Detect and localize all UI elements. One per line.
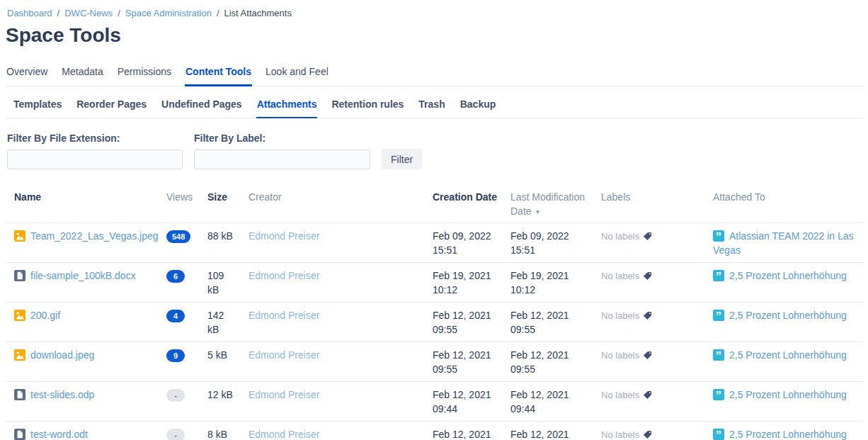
creator-link[interactable]: Edmond Preiser [249, 270, 319, 281]
tab-content-tools[interactable]: Content Tools [185, 62, 252, 86]
tag-icon [643, 349, 652, 363]
attachment-name-link[interactable]: 200.gif [30, 310, 60, 321]
column-header-creator[interactable]: Creator [240, 181, 424, 223]
views-badge: 4 [166, 310, 185, 322]
attachment-name-link[interactable]: download.jpeg [30, 349, 94, 361]
attached-to-link[interactable]: 2,5 Prozent Lohnerhöhung [729, 270, 847, 281]
views-badge: 9 [166, 349, 185, 362]
views-cell: 9 [158, 342, 199, 382]
breadcrumb-item-dwc-news[interactable]: DWC-News [64, 8, 113, 18]
creation-date-cell: Feb 12, 2021 09:55 [424, 303, 502, 342]
tag-icon [643, 230, 652, 244]
creator-link[interactable]: Edmond Preiser [249, 429, 319, 440]
name-cell: test-word.odt [6, 422, 158, 440]
labels-cell: No labels [593, 223, 704, 263]
modification-date-cell: Feb 12, 2021 09:55 [502, 342, 593, 382]
creator-link[interactable]: Edmond Preiser [249, 349, 319, 361]
blogpost-icon: ” [713, 230, 724, 242]
attached-to-cell: ”2,5 Prozent Lohnerhöhung [704, 422, 862, 440]
attachment-name-link[interactable]: file-sample_100kB.docx [30, 270, 136, 281]
subtab-trash[interactable]: Trash [418, 98, 445, 118]
attached-to-link[interactable]: 2,5 Prozent Lohnerhöhung [729, 310, 847, 321]
file-type-icon [14, 389, 25, 400]
attachments-table: NameViewsSizeCreatorCreation DateLast Mo… [6, 181, 862, 440]
file-type-icon [14, 270, 25, 281]
attachment-name-link[interactable]: test-slides.odp [30, 389, 94, 400]
creator-link[interactable]: Edmond Preiser [249, 230, 319, 242]
file-extension-filter-label: Filter By File Extension: [7, 132, 183, 144]
column-header-views[interactable]: Views [158, 181, 199, 223]
attached-to-cell: ”2,5 Prozent Lohnerhöhung [704, 382, 862, 422]
column-header-last-modification-date[interactable]: Last Modification Date▼ [502, 181, 593, 223]
attached-to-link[interactable]: 2,5 Prozent Lohnerhöhung [729, 429, 847, 440]
tab-look-and-feel[interactable]: Look and Feel [265, 62, 329, 86]
tab-permissions[interactable]: Permissions [117, 62, 172, 86]
creator-cell: Edmond Preiser [240, 382, 424, 422]
subtab-attachments[interactable]: Attachments [256, 98, 318, 118]
file-extension-filter-group: Filter By File Extension: [7, 132, 183, 169]
name-cell: test-slides.odp [6, 382, 158, 422]
column-header-size[interactable]: Size [199, 181, 240, 223]
modification-date-cell: Feb 12, 2021 09:44 [502, 382, 593, 422]
attachment-name-link[interactable]: Team_2022_Las_Vegas.jpeg [30, 230, 159, 242]
labels-cell: No labels [593, 303, 704, 342]
label-filter-input[interactable] [194, 150, 370, 169]
blogpost-icon: ” [713, 310, 724, 321]
sub-tabs: TemplatesReorder PagesUndefined PagesAtt… [6, 86, 862, 118]
creator-link[interactable]: Edmond Preiser [249, 310, 319, 321]
no-labels-text: No labels [601, 231, 639, 242]
creator-cell: Edmond Preiser [240, 342, 424, 382]
creation-date-cell: Feb 19, 2021 10:12 [424, 263, 502, 303]
size-cell: 5 kB [199, 342, 240, 382]
table-row: test-slides.odp - 12 kB Edmond Preiser F… [6, 382, 862, 422]
attached-to-cell: ”2,5 Prozent Lohnerhöhung [704, 303, 862, 342]
no-labels-text: No labels [601, 310, 639, 321]
size-cell: 109 kB [199, 263, 240, 303]
table-row: Team_2022_Las_Vegas.jpeg 548 88 kB Edmon… [6, 223, 862, 263]
size-cell: 88 kB [199, 223, 240, 263]
subtab-templates[interactable]: Templates [13, 98, 62, 118]
tab-metadata[interactable]: Metadata [61, 62, 103, 86]
space-tools-page: Dashboard/DWC-News/Space Administration/… [0, 0, 868, 440]
name-cell: file-sample_100kB.docx [6, 263, 158, 303]
attached-to-cell: ”2,5 Prozent Lohnerhöhung [704, 263, 862, 303]
table-row: 200.gif 4 142 kB Edmond Preiser Feb 12, … [6, 303, 862, 342]
column-header-creation-date[interactable]: Creation Date [424, 181, 502, 223]
breadcrumb-item-dashboard[interactable]: Dashboard [7, 8, 52, 18]
subtab-backup[interactable]: Backup [459, 98, 497, 118]
size-cell: 8 kB [199, 422, 240, 440]
modification-date-cell: Feb 09, 2022 15:51 [502, 223, 593, 263]
filter-button[interactable]: Filter [382, 149, 422, 169]
column-header-attached-to[interactable]: Attached To [704, 181, 862, 223]
modification-date-cell: Feb 12, 2021 09:35 [502, 422, 593, 440]
size-cell: 12 kB [199, 382, 240, 422]
no-labels-text: No labels [601, 429, 639, 440]
creation-date-cell: Feb 12, 2021 09:55 [424, 342, 502, 382]
column-header-labels[interactable]: Labels [593, 181, 704, 223]
creator-link[interactable]: Edmond Preiser [249, 389, 319, 400]
modification-date-cell: Feb 12, 2021 09:55 [502, 303, 593, 342]
modification-date-cell: Feb 19, 2021 10:12 [502, 263, 593, 303]
attachment-name-link[interactable]: test-word.odt [30, 429, 88, 440]
labels-cell: No labels [593, 422, 704, 440]
column-header-name[interactable]: Name [6, 181, 158, 223]
attached-to-link[interactable]: 2,5 Prozent Lohnerhöhung [729, 349, 847, 361]
views-badge: 6 [166, 270, 185, 283]
attachments-table-body: Team_2022_Las_Vegas.jpeg 548 88 kB Edmon… [6, 223, 862, 440]
subtab-reorder-pages[interactable]: Reorder Pages [76, 98, 147, 118]
tab-overview[interactable]: Overview [6, 62, 48, 86]
name-cell: download.jpeg [6, 342, 158, 382]
attached-to-link[interactable]: Atlassian TEAM 2022 in Las Vegas [713, 230, 854, 256]
blogpost-icon: ” [713, 349, 724, 361]
subtab-undefined-pages[interactable]: Undefined Pages [161, 98, 243, 118]
creation-date-cell: Feb 12, 2021 09:35 [424, 422, 502, 440]
subtab-retention-rules[interactable]: Retention rules [331, 98, 404, 118]
label-filter-group: Filter By Label: [194, 132, 370, 169]
tag-icon [643, 389, 652, 403]
views-badge: - [166, 429, 185, 440]
breadcrumb-item-space-administration[interactable]: Space Administration [125, 8, 212, 18]
creation-date-cell: Feb 09, 2022 15:51 [424, 223, 502, 263]
views-cell: 6 [158, 263, 199, 303]
attached-to-link[interactable]: 2,5 Prozent Lohnerhöhung [729, 389, 847, 400]
file-extension-filter-input[interactable] [7, 150, 183, 169]
